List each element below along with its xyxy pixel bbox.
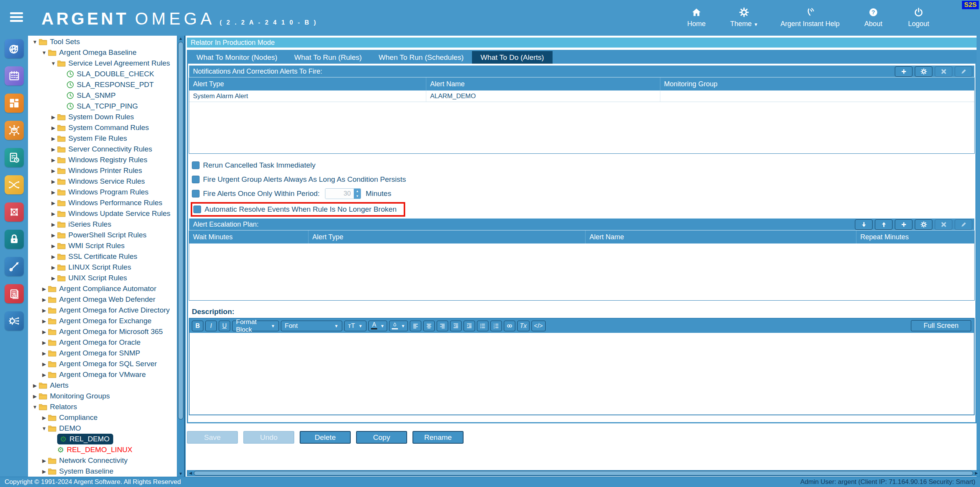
underline-button[interactable]: U: [219, 321, 230, 331]
tree-collapsed-arrow-icon[interactable]: ▶: [31, 393, 39, 399]
tree-collapsed-arrow-icon[interactable]: ▶: [49, 275, 57, 281]
tree-collapsed-arrow-icon[interactable]: ▶: [40, 372, 48, 378]
indent-button[interactable]: [464, 321, 475, 331]
escalation-arrow-down-button[interactable]: [855, 219, 873, 230]
tree-item-sla-tcpip-ping[interactable]: SLA_TCPIP_PING: [28, 101, 177, 112]
checkbox-fire-urgent-group-alerts-always-as-long-as-condition-persists[interactable]: [192, 176, 200, 183]
italic-button[interactable]: I: [205, 321, 217, 331]
tab-what-to-monitor-nodes[interactable]: What To Monitor (Nodes): [188, 51, 286, 64]
tree-item-sla-double-check[interactable]: SLA_DOUBLE_CHECK: [28, 69, 177, 79]
tree-item-sla-response-pdt[interactable]: SLA_RESPONSE_PDT: [28, 79, 177, 90]
tree-expanded-arrow-icon[interactable]: ▼: [40, 426, 48, 431]
menu-toggle-icon[interactable]: [10, 12, 23, 23]
checkbox-fire-alerts-once-only-within-period[interactable]: [192, 190, 200, 197]
align-right-button[interactable]: [437, 321, 448, 331]
tree-item-argent-omega-for-microsoft-365[interactable]: ▶Argent Omega for Microsoft 365: [28, 326, 177, 337]
format-block-select[interactable]: Format Block▼: [232, 321, 279, 331]
notifications-table-row[interactable]: System Alarm AlertALARM_DEMO: [189, 90, 974, 102]
ordered-list-button[interactable]: 123: [490, 321, 502, 331]
notifications-plus-button[interactable]: [895, 66, 912, 77]
tree-item-windows-registry-rules[interactable]: ▶Windows Registry Rules: [28, 155, 177, 165]
tree-collapsed-arrow-icon[interactable]: ▶: [49, 243, 57, 249]
nav-home[interactable]: Home: [685, 6, 708, 28]
tab-when-to-run-schedules[interactable]: When To Run (Schedules): [370, 51, 472, 64]
tree-item-argent-omega-for-sql-server[interactable]: ▶Argent Omega for SQL Server: [28, 359, 177, 369]
tab-what-to-run-rules[interactable]: What To Run (Rules): [286, 51, 370, 64]
tree-collapsed-arrow-icon[interactable]: ▶: [40, 329, 48, 335]
unordered-list-button[interactable]: [477, 321, 488, 331]
tree-item-linux-script-rules[interactable]: ▶LINUX Script Rules: [28, 262, 177, 273]
tree-collapsed-arrow-icon[interactable]: ▶: [49, 168, 57, 174]
tree-collapsed-arrow-icon[interactable]: ▶: [40, 308, 48, 313]
scroll-right-icon[interactable]: ▶: [973, 471, 980, 476]
tree-collapsed-arrow-icon[interactable]: ▶: [49, 232, 57, 238]
tree-item-unix-script-rules[interactable]: ▶UNIX Script Rules: [28, 273, 177, 283]
tree-item-alerts[interactable]: ▶Alerts: [28, 380, 177, 391]
scroll-left-icon[interactable]: ◀: [187, 471, 194, 476]
font-color-button[interactable]: A▼: [368, 321, 387, 331]
tree-collapsed-arrow-icon[interactable]: ▶: [49, 157, 57, 163]
tree-item-windows-update-service-rules[interactable]: ▶Windows Update Service Rules: [28, 208, 177, 219]
checkbox-automatic-resolve-events-when-rule-is-no-longer-broken[interactable]: [193, 206, 201, 213]
tree-item-system-baseline[interactable]: ▶System Baseline: [28, 466, 177, 477]
tree-collapsed-arrow-icon[interactable]: ▶: [40, 340, 48, 346]
tree-item-argent-compliance-automator[interactable]: ▶Argent Compliance Automator: [28, 283, 177, 294]
escalation-arrow-up-button[interactable]: [875, 219, 893, 230]
tree-item-service-level-agreement-rules[interactable]: ▼Service Level Agreement Rules: [28, 58, 177, 69]
notifications-gear-button[interactable]: [915, 66, 932, 77]
tree-collapsed-arrow-icon[interactable]: ▶: [49, 211, 57, 217]
rail-topology-button[interactable]: [5, 121, 24, 140]
rail-security-button[interactable]: [5, 230, 24, 249]
tree-collapsed-arrow-icon[interactable]: ▶: [49, 125, 57, 131]
tree-item-windows-printer-rules[interactable]: ▶Windows Printer Rules: [28, 165, 177, 176]
tree-item-system-file-rules[interactable]: ▶System File Rules: [28, 133, 177, 144]
tree-collapsed-arrow-icon[interactable]: ▶: [49, 136, 57, 141]
period-minutes-input[interactable]: [325, 189, 354, 199]
bold-button[interactable]: B: [192, 321, 203, 331]
tree-collapsed-arrow-icon[interactable]: ▶: [49, 222, 57, 227]
code-view-button[interactable]: </>: [531, 321, 546, 331]
horizontal-scrollbar-thumb[interactable]: [194, 471, 973, 475]
tree-item-argent-omega-for-exchange[interactable]: ▶Argent Omega for Exchange: [28, 316, 177, 326]
tree-item-wmi-script-rules[interactable]: ▶WMI Script Rules: [28, 240, 177, 251]
nav-theme[interactable]: Theme ▼: [730, 6, 758, 28]
tree-collapsed-arrow-icon[interactable]: ▶: [49, 189, 57, 195]
tree-collapsed-arrow-icon[interactable]: ▶: [40, 361, 48, 367]
escalation-gear-button[interactable]: [915, 219, 932, 230]
tree-collapsed-arrow-icon[interactable]: ▶: [49, 114, 57, 120]
stepper-up-icon[interactable]: ▲: [354, 189, 361, 194]
tree-item-compliance[interactable]: ▶Compliance: [28, 412, 177, 423]
font-size-select[interactable]: ᴛT▼: [344, 321, 366, 331]
description-editor-body[interactable]: [190, 333, 974, 415]
tree-item-windows-program-rules[interactable]: ▶Windows Program Rules: [28, 187, 177, 197]
tree-collapsed-arrow-icon[interactable]: ▶: [40, 458, 48, 464]
tree-collapsed-arrow-icon[interactable]: ▶: [31, 383, 39, 388]
font-select[interactable]: Font▼: [281, 321, 342, 331]
tree-item-powershell-script-rules[interactable]: ▶PowerShell Script Rules: [28, 230, 177, 240]
tree-expanded-arrow-icon[interactable]: ▼: [49, 61, 57, 66]
scroll-up-icon[interactable]: ▲: [177, 36, 184, 41]
rail-analytics-button[interactable]: [5, 39, 24, 58]
tree-item-tool-sets[interactable]: ▼Tool Sets: [28, 36, 177, 47]
tree-collapsed-arrow-icon[interactable]: ▶: [49, 254, 57, 260]
tree-item-iseries-rules[interactable]: ▶iSeries Rules: [28, 219, 177, 230]
tree-item-sla-snmp[interactable]: SLA_SNMP: [28, 90, 177, 101]
tree-item-argent-omega-for-active-directory[interactable]: ▶Argent Omega for Active Directory: [28, 305, 177, 316]
tree-collapsed-arrow-icon[interactable]: ▶: [49, 265, 57, 270]
tree-collapsed-arrow-icon[interactable]: ▶: [40, 297, 48, 303]
tree-item-relators[interactable]: ▼Relators: [28, 401, 177, 412]
tree-expanded-arrow-icon[interactable]: ▼: [31, 39, 39, 45]
align-center-button[interactable]: [423, 321, 435, 331]
tree-collapsed-arrow-icon[interactable]: ▶: [40, 318, 48, 324]
main-horizontal-scrollbar[interactable]: ◀ ▶: [187, 470, 980, 476]
delete-button[interactable]: Delete: [300, 431, 351, 444]
checkbox-rerun-cancelled-task-immediately[interactable]: [192, 161, 200, 169]
rail-reports-button[interactable]: [5, 284, 24, 303]
full-screen-button[interactable]: Full Screen: [911, 320, 971, 331]
tree-item-system-down-rules[interactable]: ▶System Down Rules: [28, 112, 177, 122]
link-button[interactable]: [504, 321, 515, 331]
nav-about[interactable]: ? About: [862, 6, 885, 28]
scroll-down-icon[interactable]: ▼: [177, 471, 184, 477]
tree-item-ssl-certificate-rules[interactable]: ▶SSL Certificate Rules: [28, 251, 177, 262]
tree-item-monitoring-groups[interactable]: ▶Monitoring Groups: [28, 391, 177, 401]
